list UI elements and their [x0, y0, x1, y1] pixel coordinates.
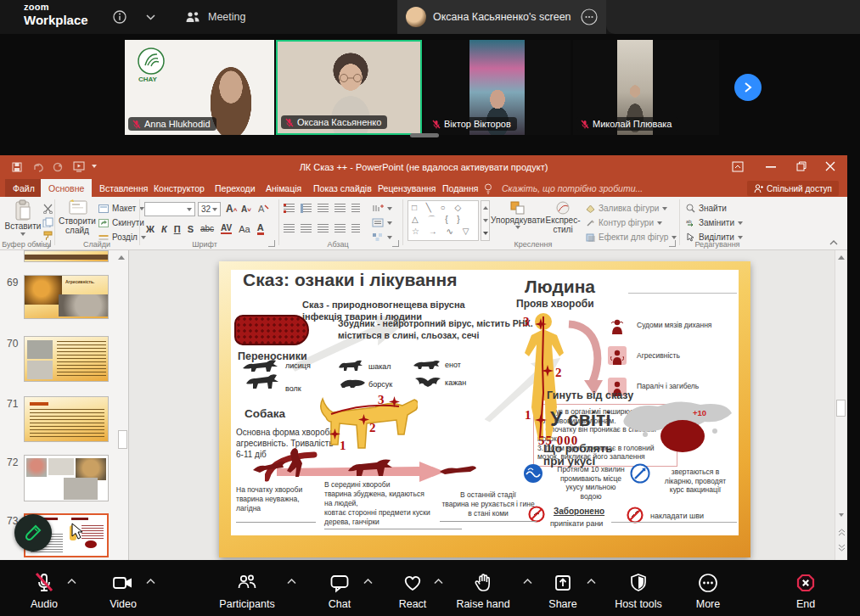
line-spacing-icon[interactable] — [351, 204, 360, 213]
paste-button[interactable]: Вставити — [3, 199, 42, 236]
increase-indent-icon[interactable] — [334, 204, 346, 213]
font-color-button[interactable]: A — [257, 222, 264, 235]
shapes-gallery-scroll[interactable] — [481, 200, 490, 241]
host-tools-button[interactable]: Host tools — [606, 572, 671, 610]
tab-home[interactable]: Основне — [41, 179, 92, 197]
align-text-button[interactable] — [372, 216, 392, 229]
audio-button[interactable]: Audio — [12, 572, 76, 610]
shapes-scroll-up-icon[interactable] — [483, 206, 488, 210]
thumbnail-slide-72[interactable] — [24, 455, 109, 501]
reset-button[interactable]: Скинути — [98, 216, 144, 229]
tab-slideshow[interactable]: Показ слайдів — [306, 179, 379, 197]
share-access-button[interactable]: Спільний доступ — [747, 181, 839, 196]
previous-slide-button[interactable] — [836, 527, 846, 537]
thumbs-scroll-up[interactable] — [116, 252, 126, 262]
thumbnail-partial[interactable] — [24, 250, 109, 262]
numbering-icon[interactable] — [301, 204, 312, 213]
annotation-pen-button[interactable] — [14, 514, 52, 552]
align-right-icon[interactable] — [318, 224, 329, 233]
participants-button[interactable]: Participants — [215, 572, 279, 610]
shape-outline-button[interactable]: Контур фігури — [586, 216, 662, 229]
character-spacing-button[interactable]: AV — [221, 223, 232, 234]
shadow-button[interactable]: S — [188, 224, 194, 234]
font-name-combo[interactable] — [144, 202, 195, 216]
bold-button[interactable]: Ж — [146, 224, 155, 234]
arrange-button[interactable]: Упорядкувати — [494, 200, 542, 229]
more-button[interactable]: More — [676, 572, 740, 610]
copy-icon[interactable] — [42, 217, 53, 227]
shapes-more-icon[interactable] — [483, 232, 488, 235]
tab-file[interactable]: Файл — [5, 179, 42, 197]
italic-button[interactable]: К — [161, 224, 167, 234]
video-tile-oksana-active-speaker[interactable]: Оксана Касьяненко — [276, 40, 422, 135]
video-button[interactable]: Video — [91, 572, 155, 610]
chat-button[interactable]: Chat — [307, 572, 372, 610]
minimize-icon[interactable] — [766, 166, 776, 168]
shapes-scroll-down-icon[interactable] — [483, 219, 488, 222]
paragraph-dialog-launcher[interactable] — [392, 240, 399, 247]
scrollbar-thumb[interactable] — [836, 400, 846, 417]
grow-font-button[interactable]: А˄ — [226, 203, 237, 215]
quick-styles-button[interactable]: Експрес- стилі — [543, 200, 582, 234]
ribbon-display-options-icon[interactable] — [732, 161, 744, 172]
align-left-icon[interactable] — [284, 224, 295, 233]
underline-button[interactable]: П — [174, 224, 181, 234]
replace-button[interactable]: ab Замінити — [686, 216, 743, 229]
audio-options-chevron[interactable] — [67, 579, 76, 585]
video-options-chevron[interactable] — [146, 579, 155, 585]
strikethrough-button[interactable]: abc — [200, 224, 214, 233]
react-button[interactable]: React — [380, 572, 445, 610]
columns-icon[interactable] — [351, 224, 360, 233]
save-icon[interactable] — [12, 162, 22, 172]
collapse-ribbon-icon[interactable] — [829, 239, 839, 246]
shape-fill-button[interactable]: Заливка фігури — [586, 202, 667, 215]
scroll-down-button[interactable] — [836, 510, 846, 520]
video-tile-mykolai[interactable]: Миколай Плювака — [573, 40, 719, 135]
tab-view[interactable]: Подання — [435, 179, 486, 197]
scroll-up-button[interactable] — [836, 252, 846, 262]
chevron-down-icon[interactable] — [146, 14, 155, 20]
drawing-dialog-launcher[interactable] — [669, 240, 676, 247]
bullets-icon[interactable] — [284, 204, 295, 213]
align-center-icon[interactable] — [301, 224, 312, 233]
end-button[interactable]: End — [773, 572, 838, 610]
tab-shared-screen[interactable]: Оксана Касьяненко's screen — [397, 0, 606, 34]
tellme-box[interactable]: Скажіть, що потрібно зробити... — [494, 179, 650, 197]
qat-dropdown-icon[interactable] — [92, 165, 97, 168]
ellipsis-icon[interactable] — [581, 8, 598, 25]
video-tile-viktor[interactable]: Віктор Вікторов — [424, 40, 571, 135]
decrease-indent-icon[interactable] — [318, 204, 329, 213]
thumbnail-slide-70[interactable] — [24, 336, 109, 382]
shrink-font-button[interactable]: А˅ — [241, 204, 251, 214]
clear-formatting-icon[interactable]: A — [258, 204, 269, 214]
thumbs-scrollbar-thumb[interactable] — [118, 430, 127, 449]
video-strip-drag-handle[interactable] — [410, 133, 439, 137]
thumbnail-slide-71[interactable] — [24, 396, 109, 442]
tab-design[interactable]: Конструктор — [146, 179, 212, 197]
tab-meeting[interactable]: Meeting — [185, 10, 245, 24]
info-icon[interactable] — [113, 10, 126, 24]
text-direction-button[interactable] — [372, 202, 392, 215]
thumbnail-slide-69[interactable]: Агресивність. — [24, 275, 109, 319]
shapes-gallery[interactable]: □ ╲ ○ ◇ △ ⌒ { } ☆ → ∿ ▽ — [408, 200, 479, 241]
restore-icon[interactable] — [796, 161, 807, 172]
font-dialog-launcher[interactable] — [268, 240, 275, 247]
tab-animations[interactable]: Анімація — [258, 179, 309, 197]
clipboard-dialog-launcher[interactable] — [44, 240, 51, 247]
react-options-chevron[interactable] — [434, 579, 443, 585]
find-button[interactable]: Знайти — [686, 202, 727, 215]
next-videos-button[interactable] — [734, 74, 762, 101]
redo-icon[interactable] — [53, 162, 63, 172]
share-button[interactable]: Share — [531, 572, 595, 610]
justify-icon[interactable] — [334, 224, 346, 233]
share-options-chevron[interactable] — [587, 579, 596, 585]
slide-area-scrollbar[interactable] — [835, 250, 846, 560]
tab-review[interactable]: Рецензування — [370, 179, 443, 197]
participants-options-chevron[interactable] — [287, 579, 296, 585]
new-slide-button[interactable]: Створити слайд — [58, 199, 97, 235]
close-icon[interactable] — [825, 161, 835, 171]
video-tile-anna[interactable]: CHAY Anna Hlukhodid — [125, 40, 274, 135]
next-slide-button[interactable] — [836, 542, 846, 552]
change-case-button[interactable]: Aa — [239, 224, 250, 234]
undo-icon[interactable] — [32, 162, 44, 172]
